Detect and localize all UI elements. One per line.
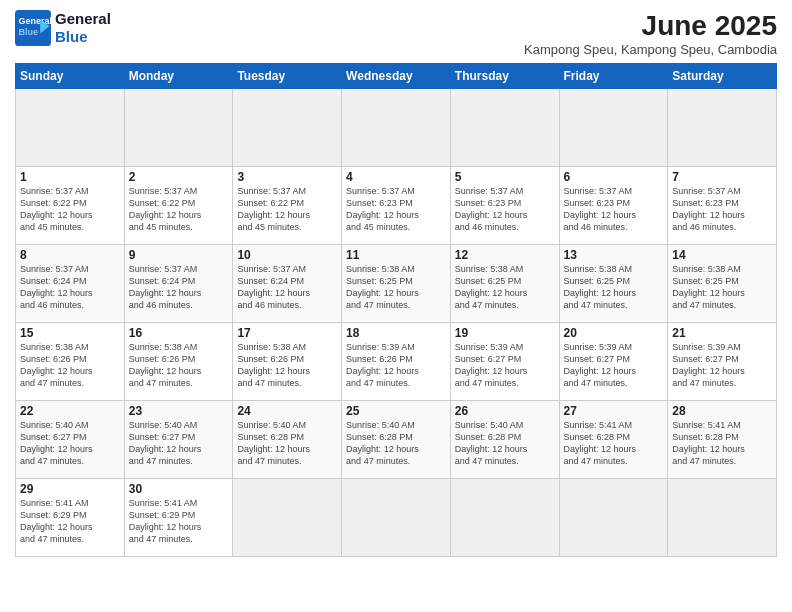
week-row-4: 22Sunrise: 5:40 AMSunset: 6:27 PMDayligh… <box>16 401 777 479</box>
day-cell: 28Sunrise: 5:41 AMSunset: 6:28 PMDayligh… <box>668 401 777 479</box>
day-number: 4 <box>346 170 446 184</box>
week-row-0 <box>16 89 777 167</box>
week-row-1: 1Sunrise: 5:37 AMSunset: 6:22 PMDaylight… <box>16 167 777 245</box>
day-number: 3 <box>237 170 337 184</box>
day-number: 23 <box>129 404 229 418</box>
day-cell: 22Sunrise: 5:40 AMSunset: 6:27 PMDayligh… <box>16 401 125 479</box>
day-number: 1 <box>20 170 120 184</box>
day-number: 8 <box>20 248 120 262</box>
day-info: Sunrise: 5:40 AMSunset: 6:28 PMDaylight:… <box>346 419 446 468</box>
day-info: Sunrise: 5:39 AMSunset: 6:27 PMDaylight:… <box>564 341 664 390</box>
day-number: 12 <box>455 248 555 262</box>
day-cell <box>124 89 233 167</box>
day-cell: 29Sunrise: 5:41 AMSunset: 6:29 PMDayligh… <box>16 479 125 557</box>
day-info: Sunrise: 5:37 AMSunset: 6:23 PMDaylight:… <box>346 185 446 234</box>
day-number: 11 <box>346 248 446 262</box>
week-row-2: 8Sunrise: 5:37 AMSunset: 6:24 PMDaylight… <box>16 245 777 323</box>
day-number: 17 <box>237 326 337 340</box>
day-info: Sunrise: 5:39 AMSunset: 6:26 PMDaylight:… <box>346 341 446 390</box>
day-info: Sunrise: 5:38 AMSunset: 6:25 PMDaylight:… <box>564 263 664 312</box>
day-info: Sunrise: 5:37 AMSunset: 6:23 PMDaylight:… <box>672 185 772 234</box>
day-info: Sunrise: 5:38 AMSunset: 6:26 PMDaylight:… <box>20 341 120 390</box>
th-friday: Friday <box>559 64 668 89</box>
logo-line1: General <box>55 10 111 27</box>
day-number: 22 <box>20 404 120 418</box>
day-info: Sunrise: 5:41 AMSunset: 6:29 PMDaylight:… <box>129 497 229 546</box>
title-block: June 2025 Kampong Speu, Kampong Speu, Ca… <box>524 10 777 57</box>
day-number: 5 <box>455 170 555 184</box>
day-info: Sunrise: 5:37 AMSunset: 6:22 PMDaylight:… <box>129 185 229 234</box>
day-cell: 4Sunrise: 5:37 AMSunset: 6:23 PMDaylight… <box>342 167 451 245</box>
day-number: 16 <box>129 326 229 340</box>
day-cell: 8Sunrise: 5:37 AMSunset: 6:24 PMDaylight… <box>16 245 125 323</box>
day-cell: 14Sunrise: 5:38 AMSunset: 6:25 PMDayligh… <box>668 245 777 323</box>
day-number: 14 <box>672 248 772 262</box>
day-info: Sunrise: 5:39 AMSunset: 6:27 PMDaylight:… <box>455 341 555 390</box>
day-number: 10 <box>237 248 337 262</box>
day-cell: 10Sunrise: 5:37 AMSunset: 6:24 PMDayligh… <box>233 245 342 323</box>
day-info: Sunrise: 5:38 AMSunset: 6:25 PMDaylight:… <box>346 263 446 312</box>
day-info: Sunrise: 5:37 AMSunset: 6:22 PMDaylight:… <box>237 185 337 234</box>
logo-icon: General Blue <box>15 10 51 46</box>
day-cell: 13Sunrise: 5:38 AMSunset: 6:25 PMDayligh… <box>559 245 668 323</box>
day-info: Sunrise: 5:38 AMSunset: 6:25 PMDaylight:… <box>455 263 555 312</box>
header: General Blue General Blue June 2025 Kamp… <box>15 10 777 57</box>
day-cell <box>16 89 125 167</box>
day-number: 19 <box>455 326 555 340</box>
day-cell: 9Sunrise: 5:37 AMSunset: 6:24 PMDaylight… <box>124 245 233 323</box>
day-info: Sunrise: 5:38 AMSunset: 6:26 PMDaylight:… <box>237 341 337 390</box>
day-number: 30 <box>129 482 229 496</box>
th-saturday: Saturday <box>668 64 777 89</box>
day-cell <box>233 479 342 557</box>
day-cell <box>668 89 777 167</box>
page: General Blue General Blue June 2025 Kamp… <box>0 0 792 612</box>
day-number: 7 <box>672 170 772 184</box>
day-cell: 16Sunrise: 5:38 AMSunset: 6:26 PMDayligh… <box>124 323 233 401</box>
day-cell: 20Sunrise: 5:39 AMSunset: 6:27 PMDayligh… <box>559 323 668 401</box>
day-number: 28 <box>672 404 772 418</box>
day-number: 29 <box>20 482 120 496</box>
day-cell: 11Sunrise: 5:38 AMSunset: 6:25 PMDayligh… <box>342 245 451 323</box>
day-number: 9 <box>129 248 229 262</box>
day-number: 2 <box>129 170 229 184</box>
day-cell: 5Sunrise: 5:37 AMSunset: 6:23 PMDaylight… <box>450 167 559 245</box>
calendar-subtitle: Kampong Speu, Kampong Speu, Cambodia <box>524 42 777 57</box>
day-info: Sunrise: 5:38 AMSunset: 6:26 PMDaylight:… <box>129 341 229 390</box>
day-info: Sunrise: 5:41 AMSunset: 6:28 PMDaylight:… <box>564 419 664 468</box>
day-number: 21 <box>672 326 772 340</box>
day-number: 20 <box>564 326 664 340</box>
day-info: Sunrise: 5:37 AMSunset: 6:24 PMDaylight:… <box>129 263 229 312</box>
logo-text: General Blue <box>55 10 111 46</box>
day-cell: 12Sunrise: 5:38 AMSunset: 6:25 PMDayligh… <box>450 245 559 323</box>
day-info: Sunrise: 5:41 AMSunset: 6:29 PMDaylight:… <box>20 497 120 546</box>
day-cell: 30Sunrise: 5:41 AMSunset: 6:29 PMDayligh… <box>124 479 233 557</box>
day-cell <box>559 479 668 557</box>
day-cell <box>233 89 342 167</box>
day-cell: 27Sunrise: 5:41 AMSunset: 6:28 PMDayligh… <box>559 401 668 479</box>
header-row: Sunday Monday Tuesday Wednesday Thursday… <box>16 64 777 89</box>
day-cell <box>342 479 451 557</box>
day-cell: 26Sunrise: 5:40 AMSunset: 6:28 PMDayligh… <box>450 401 559 479</box>
day-cell: 19Sunrise: 5:39 AMSunset: 6:27 PMDayligh… <box>450 323 559 401</box>
th-wednesday: Wednesday <box>342 64 451 89</box>
day-cell: 15Sunrise: 5:38 AMSunset: 6:26 PMDayligh… <box>16 323 125 401</box>
day-info: Sunrise: 5:37 AMSunset: 6:24 PMDaylight:… <box>20 263 120 312</box>
day-cell: 25Sunrise: 5:40 AMSunset: 6:28 PMDayligh… <box>342 401 451 479</box>
day-number: 27 <box>564 404 664 418</box>
logo-line2: Blue <box>55 28 88 45</box>
day-number: 6 <box>564 170 664 184</box>
day-cell <box>559 89 668 167</box>
day-cell: 17Sunrise: 5:38 AMSunset: 6:26 PMDayligh… <box>233 323 342 401</box>
day-info: Sunrise: 5:37 AMSunset: 6:24 PMDaylight:… <box>237 263 337 312</box>
day-info: Sunrise: 5:37 AMSunset: 6:23 PMDaylight:… <box>564 185 664 234</box>
week-row-5: 29Sunrise: 5:41 AMSunset: 6:29 PMDayligh… <box>16 479 777 557</box>
day-cell: 2Sunrise: 5:37 AMSunset: 6:22 PMDaylight… <box>124 167 233 245</box>
day-info: Sunrise: 5:37 AMSunset: 6:23 PMDaylight:… <box>455 185 555 234</box>
week-row-3: 15Sunrise: 5:38 AMSunset: 6:26 PMDayligh… <box>16 323 777 401</box>
th-thursday: Thursday <box>450 64 559 89</box>
day-cell <box>668 479 777 557</box>
day-cell: 6Sunrise: 5:37 AMSunset: 6:23 PMDaylight… <box>559 167 668 245</box>
day-number: 25 <box>346 404 446 418</box>
day-number: 15 <box>20 326 120 340</box>
day-cell: 23Sunrise: 5:40 AMSunset: 6:27 PMDayligh… <box>124 401 233 479</box>
